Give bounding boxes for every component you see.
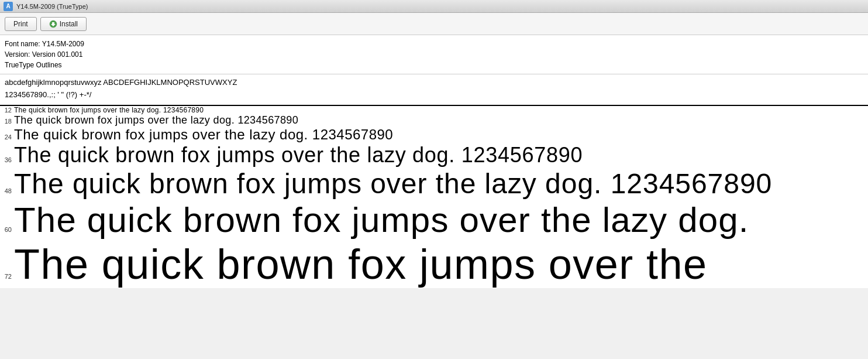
preview-row-18: 18 The quick brown fox jumps over the la… (0, 114, 868, 126)
font-type: TrueType Outlines (5, 60, 863, 70)
font-info: Font name: Y14.5M-2009 Version: Version … (0, 35, 868, 74)
size-label-18: 18 (0, 117, 14, 125)
install-button[interactable]: Install (40, 17, 87, 31)
font-version: Version: Version 001.001 (5, 49, 863, 60)
title-bar-text: Y14.5M-2009 (TrueType) (16, 3, 88, 10)
preview-text-48: The quick brown fox jumps over the lazy … (14, 167, 772, 200)
size-label-60: 60 (0, 225, 14, 233)
preview-text-24: The quick brown fox jumps over the lazy … (14, 126, 393, 143)
alphabet-section: abcdefghijklmnopqrstuvwxyz ABCDEFGHIJKLM… (0, 74, 868, 105)
font-name: Font name: Y14.5M-2009 (5, 39, 863, 49)
alphabet-numbers: 1234567890.,:; ' " (!?) +-*/ (5, 89, 863, 101)
preview-row-48: 48 The quick brown fox jumps over the la… (0, 167, 868, 200)
preview-text-60: The quick brown fox jumps over the lazy … (14, 200, 749, 240)
alphabet-lowercase: abcdefghijklmnopqrstuvwxyz ABCDEFGHIJKLM… (5, 77, 863, 89)
preview-text-18: The quick brown fox jumps over the lazy … (14, 114, 298, 126)
preview-text-36: The quick brown fox jumps over the lazy … (14, 143, 583, 167)
toolbar: Print Install (0, 13, 868, 35)
install-icon (49, 20, 57, 28)
title-bar: A Y14.5M-2009 (TrueType) (0, 0, 868, 13)
size-label-36: 36 (0, 156, 14, 163)
app-icon: A (4, 2, 13, 11)
preview-row-12: 12 The quick brown fox jumps over the la… (0, 106, 868, 114)
size-label-24: 24 (0, 133, 14, 141)
preview-text-12: The quick brown fox jumps over the lazy … (14, 106, 204, 114)
size-label-72: 72 (0, 272, 14, 280)
preview-row-60: 60 The quick brown fox jumps over the la… (0, 200, 868, 240)
size-label-12: 12 (0, 106, 14, 114)
preview-text-72: The quick brown fox jumps over the (14, 240, 708, 288)
install-label: Install (60, 20, 78, 28)
preview-row-36: 36 The quick brown fox jumps over the la… (0, 143, 868, 167)
preview-row-72: 72 The quick brown fox jumps over the (0, 240, 868, 288)
preview-row-24: 24 The quick brown fox jumps over the la… (0, 126, 868, 143)
print-button[interactable]: Print (5, 17, 37, 31)
font-preview-section: 12 The quick brown fox jumps over the la… (0, 106, 868, 288)
size-label-48: 48 (0, 187, 14, 194)
